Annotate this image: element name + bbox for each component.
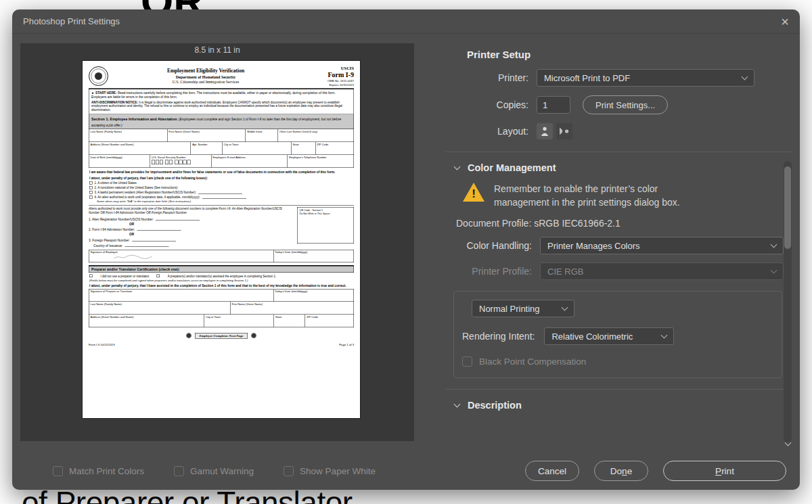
printer-profile-label: Printer Profile: (440, 266, 532, 277)
printer-dropdown[interactable]: Microsoft Print to PDF (537, 69, 754, 87)
signature-squiggle (113, 254, 154, 260)
form-title: Employment Eligibility Verification (108, 68, 303, 74)
printer-profile-dropdown[interactable]: CIE RGB (540, 262, 784, 280)
close-icon[interactable]: × (781, 15, 789, 28)
alien-authorized-checkbox (89, 196, 93, 199)
layout-label: Layout: (440, 126, 528, 137)
form-row-employee-signature: Signature of Employee Today's Date (mm/d… (89, 250, 354, 262)
done-button[interactable]: Done (594, 461, 648, 481)
dhs-seal-icon (89, 66, 108, 86)
form-i9-preview: Employment Eligibility Verification Depa… (83, 61, 360, 418)
dialog-titlebar: Photoshop Print Settings × (12, 9, 800, 34)
printer-label: Printer: (440, 72, 528, 83)
description-section-header[interactable]: Description (455, 400, 800, 411)
cancel-button[interactable]: Cancel (525, 461, 579, 481)
form-row-dob-ssn: Date of Birth (mm/dd/yyyy) U.S. Social S… (89, 155, 354, 168)
layout-landscape-button[interactable] (556, 123, 572, 139)
section1-header: Section 1. Employee Information and Atte… (89, 114, 354, 129)
chevron-down-icon (771, 242, 777, 248)
match-print-colors-checkbox[interactable] (53, 466, 63, 476)
printer-setup-heading: Printer Setup (467, 49, 800, 60)
copies-input[interactable] (537, 96, 570, 114)
permanent-resident-checkbox (89, 191, 93, 194)
color-management-warning-text: Remember to enable the printer’s color m… (494, 183, 680, 209)
normal-printing-dropdown[interactable]: Normal Printing (472, 300, 574, 317)
scroll-down-icon[interactable] (786, 436, 790, 448)
landscape-person-icon (560, 127, 569, 135)
qr-code-box: QR Code - Section 1 Do Not Write in This… (297, 207, 354, 244)
preparer-section-header: Preparer and/or Translator Certification… (89, 266, 354, 273)
preparer-assisted-checkbox (156, 275, 160, 278)
noncitizen-checkbox (89, 186, 93, 189)
color-handling-dropdown[interactable]: Printer Manages Colors (540, 237, 784, 254)
rendering-intent-label: Rendering Intent: (462, 331, 535, 342)
layout-portrait-button[interactable] (537, 123, 553, 139)
rendering-intent-dropdown[interactable]: Relative Colorimetric (544, 327, 674, 345)
printing-options-groupbox: Normal Printing Rendering Intent: Relati… (453, 291, 782, 378)
print-settings-dialog: Photoshop Print Settings × 8.5 in x 11 i… (12, 9, 800, 490)
document-profile-row: Document Profile: sRGB IEC61966-2.1 (456, 218, 800, 229)
gamut-warning-checkbox[interactable] (174, 466, 184, 476)
chevron-down-icon (562, 304, 568, 311)
dialog-title: Photoshop Print Settings (23, 16, 120, 26)
form-row-name: Last Name (Family Name) First Name (Give… (89, 129, 354, 142)
color-handling-label: Color Handling: (440, 240, 532, 251)
stop-hand-icon (186, 333, 191, 338)
black-point-compensation-checkbox[interactable] (462, 357, 472, 367)
chevron-down-icon (454, 401, 461, 408)
print-button[interactable]: Print (663, 461, 786, 481)
form-row-address: Address (Street Number and Name) Apt. Nu… (89, 142, 354, 155)
chevron-down-icon (742, 74, 748, 81)
show-paper-white-checkbox[interactable] (284, 466, 294, 476)
chevron-down-icon (771, 267, 777, 274)
scrollbar-track[interactable] (784, 161, 792, 442)
black-point-compensation-label: Black Point Compensation (479, 357, 586, 367)
no-preparer-checkbox (89, 275, 93, 278)
dialog-footer: Match Print Colors Gamut Warning Show Pa… (12, 452, 800, 490)
copies-label: Copies: (440, 99, 528, 110)
chevron-down-icon (661, 332, 668, 339)
ssn-digit-boxes: -- (152, 160, 210, 164)
chevron-down-icon (454, 164, 461, 170)
divider (445, 152, 792, 152)
form-row-preparer-address: Address (Street Number and Name) City or… (89, 315, 354, 327)
warning-icon (463, 183, 484, 202)
print-preview-page: Employment Eligibility Verification Depa… (83, 61, 360, 418)
settings-pane: Printer Setup Printer: Microsoft Print t… (440, 34, 800, 452)
color-management-section-header[interactable]: Color Management (455, 162, 800, 173)
citizen-checkbox (89, 181, 93, 185)
form-row-preparer-signature: Signature of Preparer or Translator Toda… (89, 289, 354, 302)
divider (445, 389, 792, 390)
paper-size-label: 8.5 in x 11 in (20, 45, 414, 55)
scrollbar-thumb[interactable] (784, 166, 791, 249)
stop-hand-icon (251, 333, 256, 338)
print-settings-button[interactable]: Print Settings... (583, 95, 668, 114)
print-preview-pane: 8.5 in x 11 in Employment Eligibility Ve… (20, 43, 414, 441)
form-row-preparer-name: Last Name (Family Name) First Name (Give… (89, 302, 354, 315)
portrait-person-icon (541, 127, 549, 136)
background-left-text-fragments: guerebe (0, 0, 12, 504)
